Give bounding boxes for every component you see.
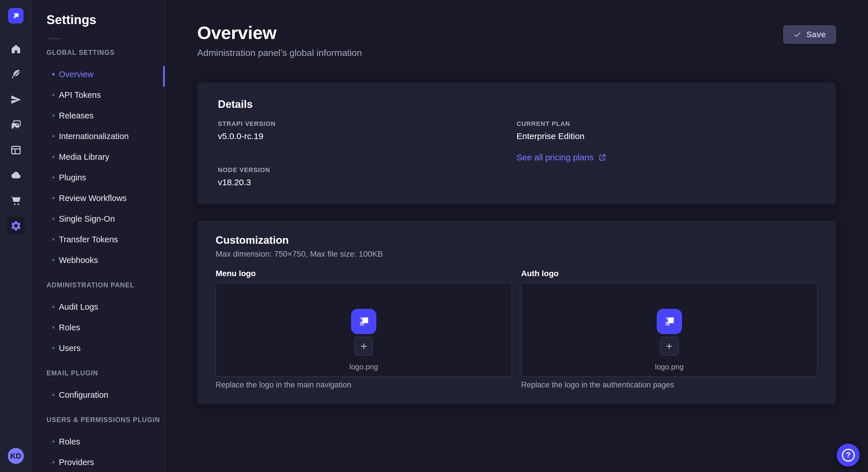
- pricing-plans-link[interactable]: See all pricing plans: [517, 153, 607, 162]
- sidebar-item-overview[interactable]: Overview: [32, 64, 165, 85]
- section-email-plugin-items: Configuration: [32, 384, 165, 405]
- menu-logo-filename: logo.png: [349, 363, 378, 371]
- sidebar-item-releases[interactable]: Releases: [32, 105, 165, 126]
- media-pictures-icon: [10, 119, 22, 131]
- menu-logo-zone: Menu logo logo.png Replace the logo in t…: [216, 269, 512, 390]
- nav-content-manager[interactable]: [7, 141, 25, 159]
- page-header: Overview Administration panel’s global i…: [197, 22, 836, 58]
- nav-releases[interactable]: [7, 90, 25, 109]
- nav-media-library[interactable]: [7, 115, 25, 134]
- sidebar-item-up-roles[interactable]: Roles: [32, 431, 165, 452]
- section-users-permissions-items: Roles Providers: [32, 431, 165, 472]
- details-left-column: STRAPI VERSION v5.0.0-rc.19 NODE VERSION…: [218, 120, 517, 187]
- sidebar-item-single-sign-on[interactable]: Single Sign-On: [32, 208, 165, 229]
- rail-divider: [0, 37, 32, 38]
- cloud-icon: [10, 169, 22, 181]
- marketplace-cart-icon: [10, 195, 22, 206]
- node-version-field: NODE VERSION v18.20.3: [218, 166, 517, 187]
- bullet-icon: [52, 347, 55, 349]
- settings-gear-icon: [10, 220, 22, 232]
- bullet-icon: [52, 176, 55, 179]
- bullet-icon: [52, 461, 55, 463]
- page-subtitle: Administration panel’s global informatio…: [197, 47, 836, 58]
- menu-logo-label: Menu logo: [216, 269, 512, 278]
- menu-logo-dropzone[interactable]: logo.png: [216, 283, 512, 377]
- strapi-logo-icon: [355, 313, 372, 330]
- rail-footer: KD: [0, 439, 32, 472]
- sidebar-item-admin-users[interactable]: Users: [32, 338, 165, 359]
- layout-window-icon: [10, 144, 22, 156]
- details-card-title: Details: [218, 98, 815, 110]
- current-plan-label: CURRENT PLAN: [517, 120, 815, 128]
- strapi-version-value: v5.0.0-rc.19: [218, 131, 517, 141]
- bullet-icon: [52, 306, 55, 308]
- bullet-icon: [52, 197, 55, 199]
- section-administration-panel-items: Audit Logs Roles Users: [32, 297, 165, 359]
- customization-card-title: Customization: [216, 234, 817, 246]
- auth-logo-dropzone[interactable]: logo.png: [521, 283, 818, 377]
- auth-logo-label: Auth logo: [521, 269, 818, 278]
- rail-nav-items: [7, 40, 25, 235]
- bullet-icon: [52, 238, 55, 241]
- bullet-icon: [52, 440, 55, 443]
- section-global-settings: GLOBAL SETTINGS: [46, 49, 165, 57]
- settings-subnav: Settings GLOBAL SETTINGS Overview API To…: [32, 0, 165, 472]
- details-card: Details STRAPI VERSION v5.0.0-rc.19 NODE…: [197, 82, 836, 204]
- nav-home[interactable]: [7, 40, 25, 58]
- auth-logo-filename: logo.png: [655, 363, 684, 371]
- main-nav-rail: KD: [0, 0, 32, 472]
- sidebar-item-audit-logs[interactable]: Audit Logs: [32, 297, 165, 317]
- node-version-label: NODE VERSION: [218, 166, 517, 174]
- strapi-admin-app: KD Settings GLOBAL SETTINGS Overview API…: [0, 0, 868, 472]
- logo-zones: Menu logo logo.png Replace the logo in t…: [216, 269, 817, 390]
- auth-logo-zone: Auth logo logo.png Replace the logo in t…: [521, 269, 818, 390]
- nav-content-type-builder[interactable]: [7, 65, 25, 83]
- customization-card-subtitle: Max dimension: 750×750, Max file size: 1…: [216, 249, 817, 259]
- auth-logo-hint: Replace the logo in the authentication p…: [521, 380, 818, 390]
- section-global-settings-items: Overview API Tokens Releases Internation…: [32, 64, 165, 270]
- nav-marketplace[interactable]: [7, 191, 25, 210]
- sidebar-item-email-configuration[interactable]: Configuration: [32, 384, 165, 405]
- current-plan-field: CURRENT PLAN Enterprise Edition: [517, 120, 815, 141]
- customization-card: Customization Max dimension: 750×750, Ma…: [197, 221, 836, 404]
- save-button[interactable]: Save: [783, 26, 836, 43]
- sidebar-item-internationalization[interactable]: Internationalization: [32, 126, 165, 146]
- subnav-scrollbar-thumb[interactable]: [163, 66, 165, 87]
- menu-logo-add-button[interactable]: [354, 337, 373, 355]
- details-right-column: CURRENT PLAN Enterprise Edition See all …: [517, 120, 815, 187]
- strapi-version-field: STRAPI VERSION v5.0.0-rc.19: [218, 120, 517, 141]
- sidebar-item-admin-roles[interactable]: Roles: [32, 317, 165, 338]
- bullet-icon: [52, 326, 55, 329]
- question-mark-icon: ?: [842, 449, 855, 462]
- external-link-icon: [598, 153, 607, 162]
- bullet-icon: [52, 135, 55, 137]
- details-grid: STRAPI VERSION v5.0.0-rc.19 NODE VERSION…: [218, 120, 815, 187]
- sidebar-item-review-workflows[interactable]: Review Workflows: [32, 188, 165, 208]
- auth-logo-add-button[interactable]: [660, 337, 679, 355]
- help-button[interactable]: ?: [837, 444, 860, 467]
- menu-logo-hint: Replace the logo in the main navigation: [216, 380, 512, 390]
- main-content: Overview Administration panel’s global i…: [165, 0, 868, 472]
- section-administration-panel: ADMINISTRATION PANEL: [46, 281, 165, 289]
- sidebar-item-webhooks[interactable]: Webhooks: [32, 250, 165, 270]
- strapi-logo[interactable]: [8, 8, 24, 24]
- sidebar-item-plugins[interactable]: Plugins: [32, 167, 165, 188]
- sidebar-item-up-providers[interactable]: Providers: [32, 452, 165, 472]
- nav-settings[interactable]: [7, 216, 25, 235]
- section-email-plugin: EMAIL PLUGIN: [46, 369, 165, 377]
- strapi-version-label: STRAPI VERSION: [218, 120, 517, 128]
- subnav-title: Settings: [46, 12, 165, 27]
- strapi-logo-icon: [11, 11, 21, 21]
- menu-logo-preview: [351, 309, 376, 334]
- sidebar-item-media-library[interactable]: Media Library: [32, 146, 165, 167]
- subnav-title-rule: [48, 38, 61, 39]
- home-icon: [10, 43, 22, 55]
- sidebar-item-transfer-tokens[interactable]: Transfer Tokens: [32, 229, 165, 250]
- node-version-value: v18.20.3: [218, 177, 517, 187]
- nav-deploy[interactable]: [7, 166, 25, 184]
- bullet-icon: [52, 156, 55, 158]
- user-avatar[interactable]: KD: [8, 448, 24, 464]
- sidebar-item-api-tokens[interactable]: API Tokens: [32, 85, 165, 105]
- bullet-icon: [52, 94, 55, 96]
- strapi-logo-icon: [661, 313, 677, 330]
